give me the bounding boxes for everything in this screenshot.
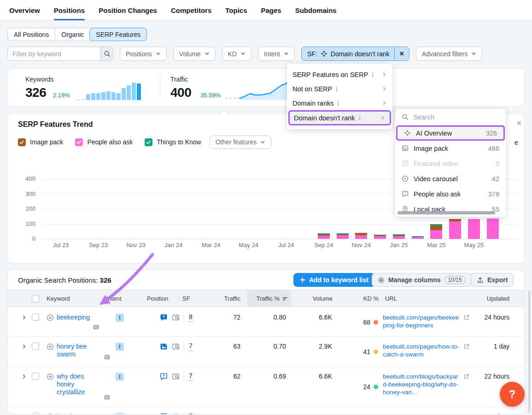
row-expand-chevron[interactable]: [8, 373, 28, 401]
people-also-ask-filled-icon[interactable]: ?: [160, 314, 168, 321]
keyword-link[interactable]: honey bee swarm: [57, 343, 101, 358]
sf-menu-item-not-on-serp[interactable]: Not on SERP: [287, 82, 392, 96]
external-icon[interactable]: [463, 373, 470, 379]
chart-bar-segment: [430, 225, 442, 230]
view-toggle-organic[interactable]: Organic: [55, 28, 90, 41]
row-checkbox[interactable]: [32, 343, 39, 350]
sf-menu-item-serp-features-on-serp[interactable]: SERP Features on SERP: [287, 67, 392, 82]
chevron-down-icon: [471, 51, 476, 56]
submenu-item-ai-overview[interactable]: AI Overview326: [396, 125, 505, 141]
serp-preview-icon[interactable]: [172, 343, 180, 350]
position-value[interactable]: 8: [188, 313, 193, 322]
row-checkbox[interactable]: [32, 373, 39, 380]
sf-filter-chip[interactable]: SF: Domain doesn't rank ✕: [301, 47, 409, 61]
column-header-position[interactable]: Position: [147, 295, 168, 302]
submenu-search-input[interactable]: [413, 113, 491, 121]
table-vertical-scrollbar[interactable]: [528, 290, 530, 413]
column-header-url[interactable]: URL: [385, 295, 397, 302]
nav-tab-competitors[interactable]: Competitors: [171, 0, 211, 20]
sf-menu-item-domain-doesn-t-rank[interactable]: Domain doesn't rank: [288, 110, 391, 125]
row-expand-chevron[interactable]: [8, 413, 28, 415]
collapse-notch[interactable]: [220, 109, 228, 117]
serp-preview-icon[interactable]: [172, 413, 180, 415]
submenu-item-featured-video[interactable]: Featured video0: [395, 156, 506, 171]
column-header-intent[interactable]: Intent: [106, 295, 122, 302]
filter-dropdown-volume[interactable]: Volume: [173, 47, 216, 61]
keyword-link[interactable]: why does honey crystallize: [57, 373, 101, 396]
external-icon[interactable]: [463, 413, 470, 415]
add-to-keyword-list-button[interactable]: Add to keyword list: [293, 273, 375, 287]
checkbox-checked[interactable]: [18, 138, 26, 146]
url-link[interactable]: beebuilt.com/pages/how-to-catch-a-swarm: [383, 343, 461, 358]
image-pack-filled-icon[interactable]: [160, 343, 168, 350]
column-header-kd-[interactable]: KD %: [344, 295, 379, 302]
select-all-checkbox[interactable]: [32, 295, 39, 302]
serp-doc-icon[interactable]: [104, 354, 111, 361]
serp-doc-icon[interactable]: [93, 324, 99, 331]
submenu-item-video-carousel[interactable]: Video carousel42: [395, 171, 506, 186]
keyword-link[interactable]: beekeeping: [57, 314, 90, 321]
trend-close-icon[interactable]: ✕: [516, 119, 522, 127]
checkbox-checked[interactable]: [145, 138, 152, 146]
nav-tab-position-changes[interactable]: Position Changes: [99, 0, 157, 20]
column-header-volume[interactable]: Volume: [298, 295, 333, 302]
nav-tab-overview[interactable]: Overview: [9, 0, 40, 20]
search-button[interactable]: [100, 47, 113, 60]
advanced-filters-button[interactable]: Advanced filters: [416, 47, 483, 61]
submenu-item-people-also-ask[interactable]: ?People also ask378: [395, 186, 506, 202]
nav-tab-subdomains[interactable]: Subdomains: [295, 0, 337, 20]
keyword-filter-input[interactable]: [8, 47, 100, 60]
sort-icon[interactable]: [282, 296, 288, 302]
people-also-ask-outline-icon[interactable]: ?: [160, 373, 168, 380]
position-value[interactable]: 7: [188, 372, 193, 381]
keyword-link[interactable]: keeping: [57, 413, 79, 415]
serp-preview-icon[interactable]: [172, 314, 180, 321]
submenu-item-image-pack[interactable]: Image pack466: [395, 141, 506, 156]
filter-dropdown-kd[interactable]: KD: [222, 47, 251, 61]
row-checkbox[interactable]: [32, 413, 39, 415]
nav-tab-topics[interactable]: Topics: [225, 0, 247, 20]
filter-dropdown-intent[interactable]: Intent: [258, 47, 295, 61]
serp-preview-icon[interactable]: [172, 373, 180, 380]
export-button[interactable]: Export: [471, 273, 514, 287]
circle-plus-icon[interactable]: [47, 314, 54, 321]
serp-doc-icon[interactable]: [104, 394, 111, 401]
column-header-traffic-[interactable]: Traffic %: [238, 295, 280, 302]
filter-dropdown-positions[interactable]: Positions: [120, 47, 167, 61]
column-header-keyword[interactable]: Keyword: [47, 295, 70, 302]
sf-chip-remove-button[interactable]: ✕: [394, 47, 409, 60]
view-toggle-all-positions[interactable]: All Positions: [8, 28, 55, 41]
nav-tab-pages[interactable]: Pages: [261, 0, 281, 20]
intent-badge: I: [116, 314, 124, 322]
url-link[interactable]: beebuilt.com/pages/beekeeping-for-beginn…: [383, 314, 461, 329]
view-toggle-serp-features[interactable]: SERP Features: [89, 28, 147, 41]
column-header-sf[interactable]: SF: [182, 295, 190, 302]
help-button[interactable]: ?: [500, 382, 525, 407]
row-checkbox[interactable]: [32, 314, 39, 321]
row-expand-chevron[interactable]: [8, 343, 28, 361]
column-header-traffic[interactable]: Traffic: [206, 295, 240, 302]
column-header-updated[interactable]: Updated: [468, 295, 509, 302]
circle-plus-icon[interactable]: [47, 413, 54, 415]
external-icon[interactable]: [463, 343, 470, 350]
chart-bar-dec-24: [374, 235, 386, 239]
nav-tab-positions[interactable]: Positions: [54, 0, 85, 20]
circle-plus-icon[interactable]: [47, 343, 54, 350]
filter-bar: PositionsVolumeKDIntent SF: Domain doesn…: [7, 47, 482, 61]
external-icon[interactable]: [463, 314, 470, 320]
keyword-filter: [7, 47, 113, 61]
circle-plus-icon[interactable]: [47, 373, 54, 380]
other-features-button[interactable]: Other features: [210, 136, 272, 149]
url-link[interactable]: beebuilt.com/blogs/backyard-beekeeping-b…: [383, 373, 461, 396]
row-expand-chevron[interactable]: [8, 314, 28, 331]
position-value[interactable]: 7: [188, 412, 193, 415]
url-link[interactable]: beebuilt.com/pages/bee: [383, 413, 461, 415]
volume-cell: 6.6K: [291, 314, 332, 331]
people-also-ask-filled-icon[interactable]: ?: [160, 413, 168, 415]
sf-menu-item-domain-ranks[interactable]: Domain ranks: [287, 96, 392, 110]
submenu-item-local-pack[interactable]: Local pack55: [395, 202, 506, 217]
checkbox-checked[interactable]: [75, 138, 83, 146]
manage-columns-button[interactable]: Manage columns 10/15: [372, 273, 472, 287]
submenu-horizontal-scrollbar[interactable]: [398, 211, 495, 214]
position-value[interactable]: 7: [188, 342, 193, 351]
